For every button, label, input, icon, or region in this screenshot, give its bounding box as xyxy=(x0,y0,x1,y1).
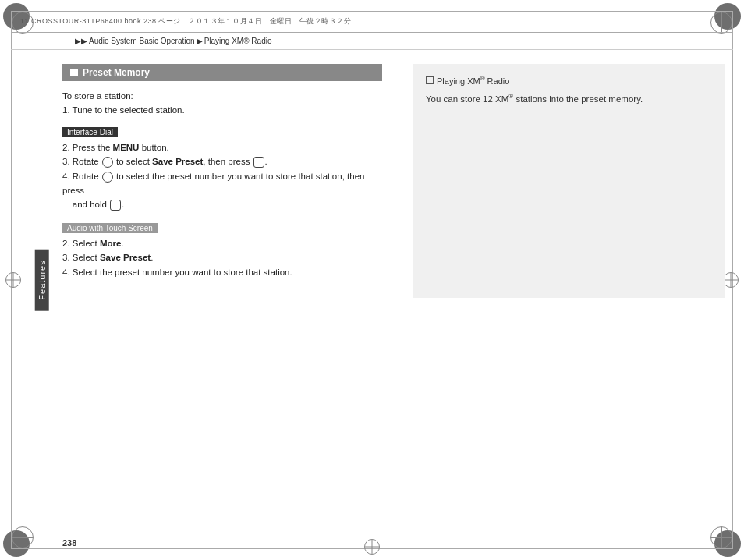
breadcrumb-arrow: ▶ xyxy=(197,37,203,45)
step4-touch: 4. Select the preset number you want to … xyxy=(62,265,382,279)
breadcrumb-part2: Playing XM® Radio xyxy=(204,37,272,45)
audio-touch-label: Audio with Touch Screen xyxy=(62,223,158,233)
interface-dial-label: Interface Dial xyxy=(62,127,118,137)
step4-interface: 4. Rotate to select the preset number yo… xyxy=(62,169,382,212)
step3-touch: 3. Select Save Preset. xyxy=(62,250,382,264)
right-note-body: You can store 12 XM® stations into the p… xyxy=(426,92,713,106)
breadcrumb: ▶▶ Audio System Basic Operation ▶ Playin… xyxy=(11,33,733,50)
section-title-icon xyxy=(70,69,78,76)
press-icon-2 xyxy=(110,200,121,211)
main-content: Preset Memory To store a station: 1. Tun… xyxy=(62,50,733,529)
right-note-area: Playing XM® Radio You can store 12 XM® s… xyxy=(413,64,725,298)
crosshair-br xyxy=(710,526,732,548)
intro-line1: To store a station: xyxy=(62,89,382,103)
crosshair-left-center xyxy=(5,272,21,288)
right-note-title: Playing XM® Radio xyxy=(426,75,713,86)
rotate-icon-2 xyxy=(102,172,113,183)
checkbox-icon xyxy=(426,76,434,84)
right-column: Playing XM® Radio You can store 12 XM® s… xyxy=(398,50,733,529)
step2-touch: 2. Select More. xyxy=(62,236,382,250)
section-title-text: Preset Memory xyxy=(83,67,150,78)
breadcrumb-arrows: ▶▶ xyxy=(75,37,87,45)
features-tab: Features xyxy=(35,249,49,310)
crosshair-bottom-center xyxy=(364,539,380,555)
page-number: 238 xyxy=(62,538,76,548)
crosshair-bl xyxy=(12,526,34,548)
press-icon-1 xyxy=(253,157,264,168)
left-column: Preset Memory To store a station: 1. Tun… xyxy=(62,50,398,529)
file-header-text: 11 CROSSTOUR-31TP66400.book 238 ページ ２０１３… xyxy=(20,16,351,27)
breadcrumb-part1: Audio System Basic Operation xyxy=(89,37,195,45)
touch-screen-steps: 2. Select More. 3. Select Save Preset. 4… xyxy=(62,236,382,279)
step1: 1. Tune to the selected station. xyxy=(62,103,382,117)
rotate-icon-1 xyxy=(102,157,113,168)
right-note-title-text: Playing XM® Radio xyxy=(437,75,509,86)
step2-interface: 2. Press the MENU button. xyxy=(62,140,382,154)
section-title-bar: Preset Memory xyxy=(62,64,382,81)
file-header-bar: 11 CROSSTOUR-31TP66400.book 238 ページ ２０１３… xyxy=(11,11,733,33)
step3-interface: 3. Rotate to select Save Preset, then pr… xyxy=(62,154,382,168)
interface-dial-steps: 2. Press the MENU button. 3. Rotate to s… xyxy=(62,140,382,212)
intro-block: To store a station: 1. Tune to the selec… xyxy=(62,89,382,118)
